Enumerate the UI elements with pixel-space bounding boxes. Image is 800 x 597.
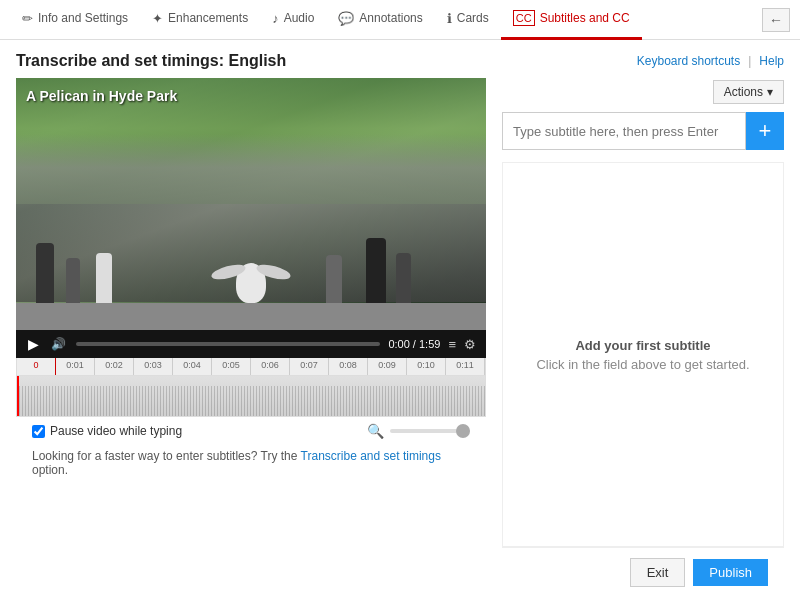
ruler-tick-1: 0:01 [56,358,95,375]
subtitle-empty-state: Add your first subtitle Click in the fie… [502,162,784,547]
empty-state-title: Add your first subtitle [575,338,710,353]
zoom-icon: 🔍 [367,423,384,439]
dropdown-arrow-icon: ▾ [767,85,773,99]
pause-checkbox-label[interactable]: Pause video while typing [32,424,182,438]
chat-icon: 💬 [338,11,354,26]
ruler-tick-7: 0:07 [290,358,329,375]
timeline-playhead [17,376,19,416]
time-display: 0:00 / 1:59 [388,338,440,350]
timeline-waveform [17,386,485,416]
tab-enhancements[interactable]: ✦ Enhancements [140,0,260,40]
pencil-icon: ✏ [22,11,33,26]
music-icon: ♪ [272,11,279,26]
ruler-tick-11: 0:11 [446,358,485,375]
main-area: A Pelican in Hyde Park ▶ 🔊 0:00 / 1:59 ≡… [0,78,800,597]
bottom-controls: Pause video while typing 🔍 [16,417,486,445]
volume-button[interactable]: 🔊 [49,337,68,351]
progress-bar[interactable] [76,342,380,346]
actions-row: Actions ▾ [502,80,784,104]
help-link[interactable]: Help [759,54,784,68]
ruler-tick-8: 0:08 [329,358,368,375]
tab-info[interactable]: ✏ Info and Settings [10,0,140,40]
ruler-tick-9: 0:09 [368,358,407,375]
tab-annotations[interactable]: 💬 Annotations [326,0,434,40]
pause-checkbox[interactable] [32,425,45,438]
zoom-thumb [456,424,470,438]
page-content: Transcribe and set timings: English Keyb… [0,40,800,597]
tab-cards[interactable]: ℹ Cards [435,0,501,40]
video-title-overlay: A Pelican in Hyde Park [26,88,177,104]
actions-button[interactable]: Actions ▾ [713,80,784,104]
back-button[interactable]: ← [762,8,790,32]
video-container[interactable]: A Pelican in Hyde Park ▶ 🔊 0:00 / 1:59 ≡… [16,78,486,358]
empty-state-hint: Click in the field above to get started. [536,357,749,372]
right-panel: Actions ▾ + Add your first subtitle Clic… [502,78,784,547]
ruler-tick-5: 0:05 [212,358,251,375]
info-circle-icon: ℹ [447,11,452,26]
settings-button[interactable]: ⚙ [464,337,476,352]
page-title: Transcribe and set timings: English [16,52,286,70]
top-nav: ✏ Info and Settings ✦ Enhancements ♪ Aud… [0,0,800,40]
video-controls: ▶ 🔊 0:00 / 1:59 ≡ ⚙ [16,330,486,358]
ruler-tick-6: 0:06 [251,358,290,375]
wand-icon: ✦ [152,11,163,26]
ruler-tick-2: 0:02 [95,358,134,375]
ruler-tick-10: 0:10 [407,358,446,375]
page-header: Transcribe and set timings: English Keyb… [0,40,800,78]
timeline-track[interactable] [17,376,485,416]
timeline-area: 0 0:01 0:02 0:03 0:04 0:05 0:06 0:07 0:0… [16,358,486,417]
play-button[interactable]: ▶ [26,336,41,352]
exit-button[interactable]: Exit [630,558,686,587]
zoom-control: 🔍 [367,423,470,439]
subtitle-input[interactable] [502,112,746,150]
publish-button[interactable]: Publish [693,559,768,586]
ruler-tick-4: 0:04 [173,358,212,375]
ruler-tick-0: 0 [17,358,56,375]
timeline-ruler: 0 0:01 0:02 0:03 0:04 0:05 0:06 0:07 0:0… [17,358,485,376]
zoom-slider[interactable] [390,429,470,433]
captions-button[interactable]: ≡ [448,337,456,352]
tab-subtitles[interactable]: CC Subtitles and CC [501,0,642,40]
tab-audio[interactable]: ♪ Audio [260,0,326,40]
header-links: Keyboard shortcuts | Help [637,54,784,68]
subtitle-hint: Looking for a faster way to enter subtit… [16,445,486,485]
right-section: Actions ▾ + Add your first subtitle Clic… [502,78,784,597]
subtitle-input-row: + [502,112,784,150]
keyboard-shortcuts-link[interactable]: Keyboard shortcuts [637,54,740,68]
add-subtitle-button[interactable]: + [746,112,784,150]
page-footer: Exit Publish [502,547,784,597]
transcribe-link[interactable]: Transcribe and set timings [301,449,441,463]
header-divider: | [748,54,751,68]
ruler-tick-3: 0:03 [134,358,173,375]
cc-icon: CC [513,10,535,26]
video-panel: A Pelican in Hyde Park ▶ 🔊 0:00 / 1:59 ≡… [16,78,486,597]
video-background [16,78,486,358]
